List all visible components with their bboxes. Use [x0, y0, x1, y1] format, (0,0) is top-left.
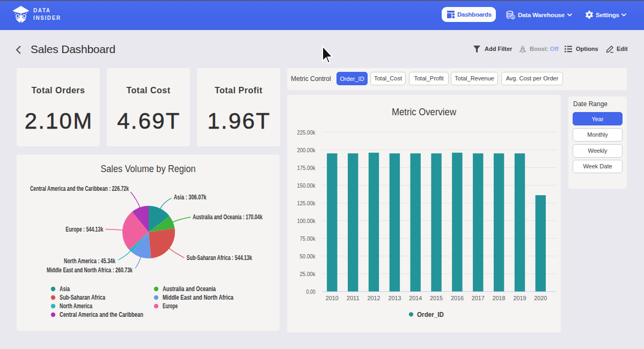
- svg-text:2018: 2018: [493, 295, 506, 301]
- svg-text:2014: 2014: [409, 295, 422, 301]
- svg-text:Australia and Oceania: Australia and Oceania: [163, 285, 216, 293]
- svg-text:200.00k: 200.00k: [297, 147, 316, 153]
- svg-text:Asia : 306.07k: Asia : 306.07k: [174, 194, 207, 201]
- svg-text:100.00k: 100.00k: [297, 218, 316, 224]
- svg-text:25.00k: 25.00k: [300, 271, 316, 277]
- svg-text:Europe : 544.13k: Europe : 544.13k: [65, 226, 103, 233]
- svg-text:2016: 2016: [451, 295, 464, 301]
- svg-text:Central America and the Caribb: Central America and the Caribbean : 226.…: [30, 185, 129, 192]
- svg-text:North America: North America: [60, 302, 92, 310]
- svg-text:125.00k: 125.00k: [297, 200, 316, 206]
- svg-text:0.00: 0.00: [306, 288, 316, 295]
- svg-text:Europe: Europe: [163, 302, 178, 310]
- svg-text:175.00k: 175.00k: [297, 165, 316, 171]
- svg-text:Sub-Saharan Africa: Sub-Saharan Africa: [60, 294, 105, 301]
- svg-text:2015: 2015: [430, 295, 443, 301]
- svg-text:2010: 2010: [326, 295, 339, 301]
- svg-text:75.00k: 75.00k: [300, 235, 316, 242]
- svg-text:2017: 2017: [472, 295, 485, 301]
- svg-text:Middle East and North Africa: Middle East and North Africa: [163, 294, 233, 301]
- svg-text:Asia: Asia: [60, 285, 70, 293]
- svg-text:Middle East and North Africa :: Middle East and North Africa : 260.73k: [47, 266, 133, 274]
- svg-text:Australia and Oceania : 170.04: Australia and Oceania : 170.04k: [193, 213, 262, 221]
- svg-text:225.00k: 225.00k: [297, 129, 316, 136]
- svg-text:2012: 2012: [368, 295, 380, 301]
- svg-text:2019: 2019: [514, 295, 526, 301]
- svg-text:Sales Volume by Region: Sales Volume by Region: [101, 163, 196, 174]
- svg-text:Order_ID: Order_ID: [417, 311, 444, 318]
- svg-text:2011: 2011: [347, 295, 360, 301]
- svg-text:Metric Overview: Metric Overview: [392, 106, 456, 117]
- svg-text:Sub-Saharan Africa : 544.13k: Sub-Saharan Africa : 544.13k: [187, 254, 252, 262]
- svg-text:Central America and the Caribb: Central America and the Caribbean: [60, 311, 143, 318]
- svg-text:2013: 2013: [388, 295, 401, 301]
- svg-text:North America : 45.34k: North America : 45.34k: [64, 257, 115, 265]
- svg-text:150.00k: 150.00k: [297, 182, 316, 189]
- svg-text:2020: 2020: [534, 295, 547, 301]
- svg-text:50.00k: 50.00k: [300, 253, 316, 259]
